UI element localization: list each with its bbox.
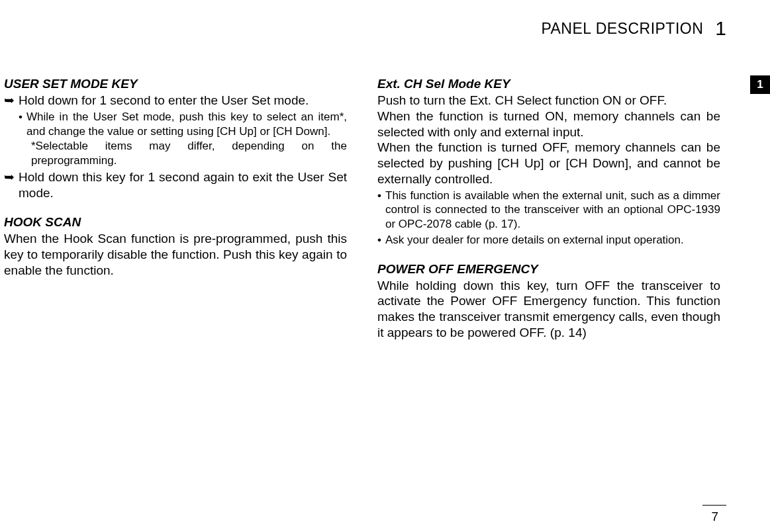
power-off-body: While holding down this key, turn OFF th…: [377, 278, 720, 341]
user-set-arrow-1-text: Hold down for 1 second to enter the User…: [19, 93, 347, 109]
bullet-icon: •: [19, 110, 26, 139]
header-title: PANEL DESCRIPTION: [541, 20, 703, 38]
ext-ch-bullet-2-text: Ask your dealer for more details on exte…: [385, 233, 720, 247]
user-set-arrow-2-text: Hold down this key for 1 second again to…: [19, 169, 347, 201]
ext-ch-title: Ext. CH Sel Mode KEY: [377, 77, 720, 91]
arrow-icon: ➥: [4, 169, 19, 201]
user-set-bullet-1-text: While in the User Set mode, push this ke…: [26, 110, 347, 139]
hook-scan-title: HOOK SCAN: [4, 215, 347, 230]
footer-rule: [702, 505, 726, 506]
arrow-icon: ➥: [4, 93, 19, 109]
header: PANEL DESCRIPTION 1: [541, 17, 726, 40]
side-tab: 1: [750, 75, 770, 94]
bullet-icon: •: [377, 189, 385, 232]
ext-ch-p2: When the function is turned ON, memory c…: [377, 109, 720, 140]
user-set-arrow-1: ➥ Hold down for 1 second to enter the Us…: [4, 93, 347, 109]
left-column: USER SET MODE KEY ➥ Hold down for 1 seco…: [4, 77, 347, 341]
chapter-number: 1: [715, 17, 726, 40]
user-set-bullet-1: • While in the User Set mode, push this …: [4, 110, 347, 139]
ext-ch-p3: When the function is turned OFF, memory …: [377, 140, 720, 187]
ext-ch-bullet-1: • This function is available when the ex…: [377, 189, 720, 232]
page: PANEL DESCRIPTION 1 1 USER SET MODE KEY …: [0, 0, 770, 532]
side-tab-number: 1: [757, 78, 763, 91]
power-off-title: POWER OFF EMERGENCY: [377, 262, 720, 277]
page-number: 7: [711, 510, 718, 524]
ext-ch-p1: Push to turn the Ext. CH Select function…: [377, 93, 720, 109]
hook-scan-body: When the Hook Scan function is pre-progr…: [4, 231, 347, 278]
right-column: Ext. CH Sel Mode KEY Push to turn the Ex…: [377, 77, 720, 341]
spacer: [4, 200, 347, 215]
spacer: [377, 247, 720, 262]
content-columns: USER SET MODE KEY ➥ Hold down for 1 seco…: [4, 77, 720, 341]
user-set-mode-title: USER SET MODE KEY: [4, 77, 347, 91]
ext-ch-bullet-1-text: This function is available when the exte…: [385, 189, 720, 232]
bullet-icon: •: [377, 233, 385, 247]
ext-ch-bullet-2: • Ask your dealer for more details on ex…: [377, 233, 720, 247]
user-set-star-note: *Selectable items may differ, depending …: [4, 139, 347, 168]
user-set-arrow-2: ➥ Hold down this key for 1 second again …: [4, 169, 347, 201]
